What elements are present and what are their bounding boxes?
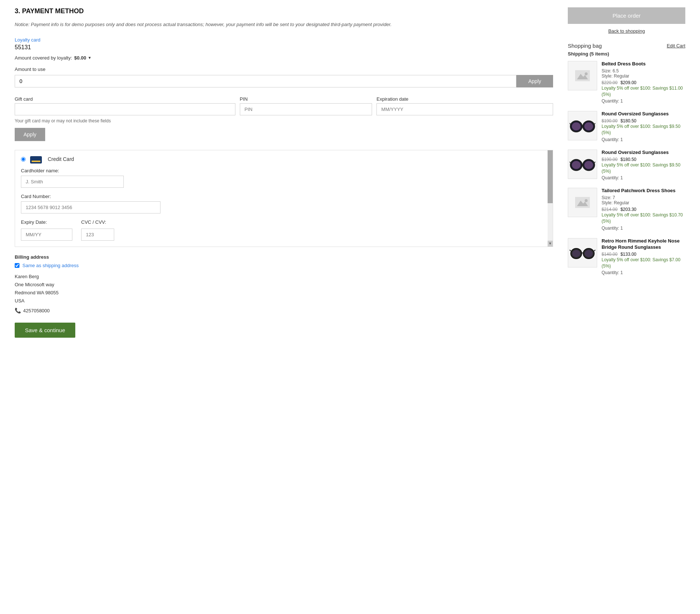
item-style: Style: Regular [602, 200, 685, 205]
price-row: $190.00 $180.50 [602, 118, 685, 123]
item-details: Tailored Patchwork Dress Shoes Size: 7 S… [602, 188, 685, 230]
svg-line-11 [595, 162, 595, 163]
svg-point-15 [585, 199, 588, 202]
amount-covered-value: $0.00 [74, 55, 86, 61]
gift-card-pin-field: PIN [240, 96, 372, 115]
edit-cart-link[interactable]: Edit Cart [667, 43, 685, 49]
loyalty-apply-button[interactable]: Apply [516, 75, 553, 87]
cart-item: Round Oversized Sunglasses $190.00 $180.… [568, 111, 685, 142]
credit-card-radio[interactable] [21, 157, 26, 162]
credit-card-icon [30, 156, 42, 164]
expiry-cvv-row: Expiry Date: CVC / CVV: [21, 219, 545, 241]
gift-card-section: Gift card PIN Expiration date Your gift … [15, 96, 553, 141]
item-qty: Quantity: 1 [602, 270, 685, 275]
card-number-input[interactable] [21, 201, 160, 213]
price-sale: $133.00 [620, 252, 636, 257]
item-name: Belted Dress Boots [602, 61, 685, 67]
item-qty: Quantity: 1 [602, 226, 685, 231]
gift-hint: Your gift card may or may not include th… [15, 118, 553, 123]
item-name: Round Oversized Sunglasses [602, 150, 685, 156]
price-row: $220.00 $209.00 [602, 80, 685, 85]
gift-card-number-field: Gift card [15, 96, 235, 115]
back-to-shopping-link[interactable]: Back to shopping [568, 28, 685, 34]
price-sale: $180.50 [620, 157, 636, 162]
loyalty-savings: Loyalty 5% off over $100: Savings $9.50 … [602, 123, 685, 136]
credit-card-option: Credit Card [21, 156, 545, 164]
left-column: 3. PAYMENT METHOD Notice: Payment info i… [15, 7, 553, 338]
item-image [568, 188, 597, 217]
shopping-bag-title: Shopping bag [568, 43, 602, 49]
price-original: $140.00 [602, 252, 617, 257]
cvv-input[interactable] [81, 229, 114, 241]
expiry-label: Expiration date [376, 96, 553, 102]
amount-use-input[interactable] [15, 75, 516, 87]
svg-line-18 [570, 250, 571, 251]
gift-card-fields: Gift card PIN Expiration date [15, 96, 553, 115]
svg-point-12 [572, 161, 581, 169]
notice-text: Notice: Payment info is for demo purpose… [15, 21, 553, 28]
billing-address1: One Microsoft way [15, 281, 553, 289]
amount-use-section: Amount to use Apply [15, 67, 553, 87]
same-as-shipping-label: Same as shipping address [22, 263, 79, 268]
cvv-field: CVC / CVV: [81, 219, 114, 241]
expiry-date-field: Expiry Date: [21, 219, 72, 241]
item-size: Size: 6.5 [602, 68, 685, 73]
price-original: $214.00 [602, 207, 617, 212]
chevron-down-icon[interactable]: ▾ [89, 55, 91, 60]
billing-country: USA [15, 297, 553, 305]
expiry-input[interactable] [376, 103, 553, 115]
save-continue-button[interactable]: Save & continue [15, 323, 75, 338]
place-order-button[interactable]: Place order [568, 7, 685, 24]
loyalty-savings: Loyalty 5% off over $100: Savings $10.70… [602, 212, 685, 225]
amount-use-row: Apply [15, 75, 553, 87]
loyalty-number: 55131 [15, 44, 553, 51]
item-details: Retro Horn Rimmed Keyhole Nose Bridge Ro… [602, 238, 685, 275]
price-row: $140.00 $133.00 [602, 252, 685, 257]
expiry-date-input[interactable] [21, 229, 72, 241]
price-original: $190.00 [602, 157, 617, 162]
gift-card-apply-button[interactable]: Apply [15, 128, 45, 141]
price-row: $190.00 $180.50 [602, 157, 685, 162]
loyalty-label: Loyalty card [15, 37, 553, 43]
item-image [568, 150, 597, 179]
gift-card-input[interactable] [15, 103, 235, 115]
item-image [568, 111, 597, 140]
phone-icon: 📞 [15, 306, 21, 315]
shopping-bag-header: Shopping bag Edit Cart [568, 43, 685, 49]
card-number-label: Card Number: [21, 194, 545, 199]
loyalty-amount-row: Amount covered by loyalty: $0.00 ▾ [15, 55, 553, 61]
shipping-label: Shipping (5 items) [568, 51, 685, 57]
cvv-label: CVC / CVV: [81, 219, 114, 225]
pin-input[interactable] [240, 103, 372, 115]
item-qty: Quantity: 1 [602, 137, 685, 142]
svg-point-21 [585, 250, 593, 257]
price-sale: $203.30 [620, 207, 636, 212]
billing-phone: 4257058000 [23, 307, 50, 315]
billing-check-row: Same as shipping address [15, 263, 553, 268]
payment-method-section: ▼ Credit Card Cardholder name: Car [15, 150, 553, 247]
cardholder-field: Cardholder name: [21, 168, 545, 188]
svg-point-13 [584, 161, 593, 169]
pin-label: PIN [240, 96, 372, 102]
svg-point-20 [572, 250, 580, 257]
loyalty-section: Loyalty card 55131 Amount covered by loy… [15, 37, 553, 87]
cardholder-input[interactable] [21, 176, 124, 188]
item-image [568, 61, 597, 90]
cart-item: Tailored Patchwork Dress Shoes Size: 7 S… [568, 188, 685, 230]
loyalty-savings: Loyalty 5% off over $100: Savings $11.00… [602, 85, 685, 98]
svg-point-1 [585, 72, 588, 75]
expiry-date-label: Expiry Date: [21, 219, 72, 225]
item-style: Style: Regular [602, 73, 685, 79]
item-qty: Quantity: 1 [602, 175, 685, 180]
item-name: Retro Horn Rimmed Keyhole Nose Bridge Ro… [602, 238, 685, 251]
cart-item: Round Oversized Sunglasses $190.00 $180.… [568, 150, 685, 180]
gift-card-label: Gift card [15, 96, 235, 102]
billing-name: Karen Berg [15, 273, 553, 281]
item-image [568, 238, 597, 267]
same-as-shipping-checkbox[interactable] [15, 263, 19, 268]
svg-line-10 [570, 162, 570, 163]
price-sale: $180.50 [620, 118, 636, 123]
amount-use-label: Amount to use [15, 67, 553, 72]
item-details: Belted Dress Boots Size: 6.5 Style: Regu… [602, 61, 685, 104]
item-name: Round Oversized Sunglasses [602, 111, 685, 117]
